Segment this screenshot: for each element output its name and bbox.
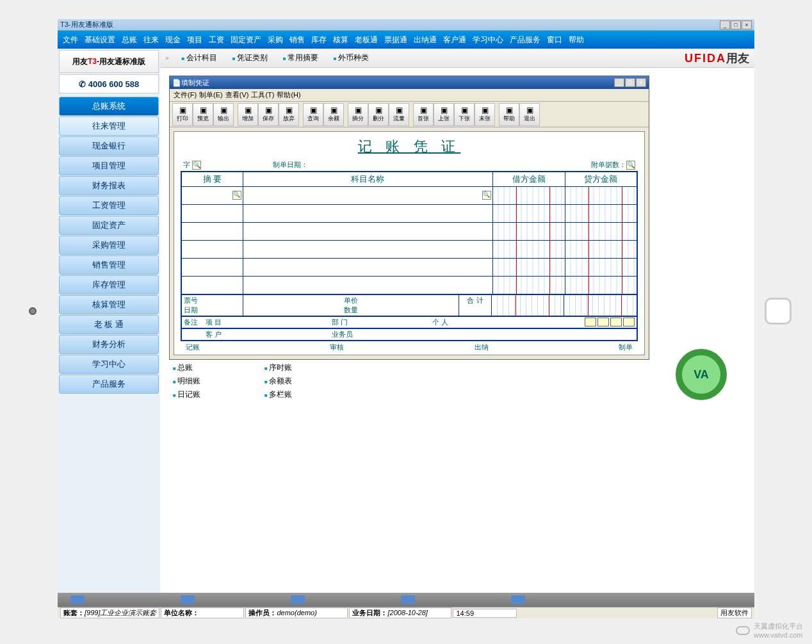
inner-minimize[interactable]: _ xyxy=(614,78,624,87)
task-icon[interactable] xyxy=(181,595,195,604)
maximize-button[interactable]: □ xyxy=(731,20,741,29)
menu-采购[interactable]: 采购 xyxy=(268,35,283,45)
breadcrumb-item[interactable]: 会计科目 xyxy=(182,52,217,63)
breadcrumb-item[interactable]: 外币种类 xyxy=(334,52,369,63)
menu-固定资产[interactable]: 固定资产 xyxy=(231,35,261,45)
book-link[interactable]: 明细账 xyxy=(173,376,200,387)
menu-基础设置[interactable]: 基础设置 xyxy=(85,35,115,45)
sidebar-item[interactable]: 往来管理 xyxy=(59,117,159,136)
inner-close[interactable]: × xyxy=(636,78,646,87)
inner-menu-item[interactable]: 制单(E) xyxy=(199,90,223,100)
sig-制单: 制单 xyxy=(619,342,633,352)
inner-menu-item[interactable]: 帮助(H) xyxy=(277,90,300,100)
sig-审核: 审核 xyxy=(330,342,344,352)
task-icon[interactable] xyxy=(511,595,525,604)
tb-插分[interactable]: ▣插分 xyxy=(348,103,368,126)
book-link[interactable]: 余额表 xyxy=(264,376,292,387)
menu-库存[interactable]: 库存 xyxy=(311,35,327,45)
task-icon[interactable] xyxy=(291,595,305,604)
tb-放弃[interactable]: ▣放弃 xyxy=(279,103,299,126)
taskbar xyxy=(58,593,754,607)
sidebar-item[interactable]: 财务报表 xyxy=(59,176,159,195)
minimize-button[interactable]: _ xyxy=(720,20,730,29)
inner-menubar: 文件(F)制单(E)查看(V)工具(T)帮助(H) xyxy=(170,89,649,102)
menu-客户通[interactable]: 客户通 xyxy=(443,35,466,45)
app-title: T3-用友通标准版 xyxy=(60,20,113,29)
lookup-icon[interactable]: 🔍 xyxy=(482,191,491,200)
tb-删分[interactable]: ▣删分 xyxy=(368,103,389,126)
close-button[interactable]: × xyxy=(742,20,752,29)
menu-窗口[interactable]: 窗口 xyxy=(547,35,562,45)
sidebar-item[interactable]: 项目管理 xyxy=(59,156,159,175)
sidebar-item[interactable]: 工资管理 xyxy=(59,196,159,215)
tb-查询[interactable]: ▣查询 xyxy=(303,103,323,126)
breadcrumb-item[interactable]: 凭证类别 xyxy=(232,52,268,63)
home-button[interactable] xyxy=(765,298,792,325)
main-area: » 会计科目凭证类别常用摘要外币种类 UFIDA用友 📄 填制凭证 _ □ × … xyxy=(160,49,754,593)
product-logo: 用友T3-用友通标准版 xyxy=(59,50,159,73)
signature-row: 记账审核出纳制单 xyxy=(181,341,638,353)
menu-帮助[interactable]: 帮助 xyxy=(569,35,584,45)
menu-老板通[interactable]: 老板通 xyxy=(355,35,378,45)
book-link[interactable]: 序时账 xyxy=(264,362,292,373)
tb-上张[interactable]: ▣上张 xyxy=(434,103,454,126)
menu-项目[interactable]: 项目 xyxy=(187,35,202,45)
sig-记账: 记账 xyxy=(186,342,200,352)
voucher-grid[interactable]: 摘 要 科目名称 借方金额 贷方金额 🔍🔍 xyxy=(181,171,638,295)
sidebar-item[interactable]: 库存管理 xyxy=(59,275,159,294)
book-link[interactable]: 多栏账 xyxy=(264,389,292,400)
sidebar-item[interactable]: 现金银行 xyxy=(59,136,159,156)
tb-保存[interactable]: ▣保存 xyxy=(258,103,279,126)
sidebar-item[interactable]: 学习中心 xyxy=(59,355,159,374)
lookup-icon[interactable]: 🔍 xyxy=(192,161,201,170)
lookup-icon[interactable]: 🔍 xyxy=(232,191,241,200)
tablet-frame: T3-用友通标准版 _ □ × 文件基础设置总账往来现金项目工资固定资产采购销售… xyxy=(0,0,812,644)
sidebar-item[interactable]: 采购管理 xyxy=(59,236,159,255)
menu-文件[interactable]: 文件 xyxy=(63,35,78,45)
book-link[interactable]: 总账 xyxy=(173,362,200,373)
menu-现金[interactable]: 现金 xyxy=(165,35,181,45)
menu-核算[interactable]: 核算 xyxy=(333,35,348,45)
menu-总账[interactable]: 总账 xyxy=(122,35,137,45)
lookup-icon[interactable]: 🔍 xyxy=(626,161,635,170)
tb-首张[interactable]: ▣首张 xyxy=(413,103,434,126)
sidebar-item[interactable]: 产品服务 xyxy=(59,374,159,394)
menu-学习中心[interactable]: 学习中心 xyxy=(473,35,503,45)
menu-出纳通[interactable]: 出纳通 xyxy=(414,35,437,45)
tb-打印[interactable]: ▣打印 xyxy=(172,103,193,126)
menu-票据通[interactable]: 票据通 xyxy=(384,35,407,45)
task-icon[interactable] xyxy=(70,595,85,604)
inner-maximize[interactable]: □ xyxy=(625,78,635,87)
tb-帮助[interactable]: ▣帮助 xyxy=(499,103,519,126)
task-icon[interactable] xyxy=(401,595,415,604)
book-links: 总账明细账日记账 序时账余额表多栏账 xyxy=(173,362,292,400)
inner-menu-item[interactable]: 查看(V) xyxy=(225,90,249,100)
tb-输出[interactable]: ▣输出 xyxy=(213,103,234,126)
aux-icons[interactable] xyxy=(585,318,635,327)
sidebar-item[interactable]: 固定资产 xyxy=(59,216,159,235)
tb-预览[interactable]: ▣预览 xyxy=(193,103,213,126)
inner-menu-item[interactable]: 工具(T) xyxy=(251,90,274,100)
sig-出纳: 出纳 xyxy=(475,342,489,352)
tb-末张[interactable]: ▣末张 xyxy=(475,103,495,126)
inner-titlebar: 📄 填制凭证 _ □ × xyxy=(170,76,649,89)
sidebar-item[interactable]: 老 板 通 xyxy=(59,315,159,334)
sidebar-item[interactable]: 财务分析 xyxy=(59,335,159,354)
tb-退出[interactable]: ▣退出 xyxy=(519,103,540,126)
menu-销售[interactable]: 销售 xyxy=(289,35,305,45)
inner-menu-item[interactable]: 文件(F) xyxy=(174,90,197,100)
sidebar-item[interactable]: 总账系统 xyxy=(59,97,159,116)
tb-增加[interactable]: ▣增加 xyxy=(238,103,258,126)
sidebar-item[interactable]: 核算管理 xyxy=(59,295,159,314)
menu-往来[interactable]: 往来 xyxy=(143,35,159,45)
tb-余额[interactable]: ▣余额 xyxy=(323,103,344,126)
outer-menubar: 文件基础设置总账往来现金项目工资固定资产采购销售库存核算老板通票据通出纳通客户通… xyxy=(58,31,754,49)
sidebar-item[interactable]: 销售管理 xyxy=(59,255,159,275)
tb-下张[interactable]: ▣下张 xyxy=(454,103,475,126)
va-widget[interactable]: VA xyxy=(672,339,743,410)
menu-产品服务[interactable]: 产品服务 xyxy=(510,35,540,45)
menu-工资[interactable]: 工资 xyxy=(209,35,224,45)
book-link[interactable]: 日记账 xyxy=(173,389,200,400)
breadcrumb-item[interactable]: 常用摘要 xyxy=(283,52,318,63)
tb-流量[interactable]: ▣流量 xyxy=(389,103,409,126)
